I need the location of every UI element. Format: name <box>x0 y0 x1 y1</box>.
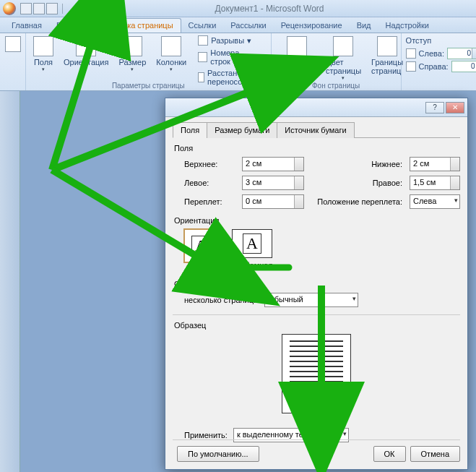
ribbon: Поля ▾ Ориентация ▾ Размер ▾ Колонки ▾ Р… <box>0 33 476 91</box>
margins-button[interactable]: Поля ▾ <box>29 35 58 74</box>
indent-right-icon <box>406 61 416 72</box>
group-page-background-label: Фон страницы <box>272 82 401 90</box>
left-margin-input[interactable]: 3 см▲▼ <box>242 176 304 190</box>
preview-thumbnail <box>282 334 351 413</box>
chevron-down-icon: ▾ <box>342 75 345 81</box>
multi-pages-label: несколько страниц: <box>184 296 256 304</box>
dialog-body: Поля Размер бумаги Источник бумаги Поля … <box>165 117 467 448</box>
indent-left-label: Слева: <box>419 49 444 58</box>
chevron-down-icon: ▾ <box>131 66 134 72</box>
divider <box>173 314 460 315</box>
tab-addins[interactable]: Надстройки <box>378 19 436 33</box>
page-borders-icon <box>377 36 397 56</box>
indent-right-input[interactable]: 0 <box>451 61 476 72</box>
section-pages-label: Страницы <box>174 280 460 288</box>
watermark-button[interactable]: Подложка▾ <box>274 35 320 74</box>
page-setup-dialog-launcher[interactable]: ↘ <box>259 80 268 89</box>
window-title: Документ1 - Microsoft Word <box>66 4 473 14</box>
indent-left-input[interactable]: 0 <box>447 48 476 59</box>
section-preview-label: Образец <box>174 321 460 330</box>
apply-to-label: Применить: <box>184 431 228 439</box>
group-page-setup: Поля ▾ Ориентация ▾ Размер ▾ Колонки ▾ Р… <box>26 33 272 90</box>
tab-mailings[interactable]: Рассылки <box>223 19 273 33</box>
size-icon <box>122 36 142 56</box>
multi-pages-combo[interactable]: Обычный <box>264 293 358 307</box>
tab-page-layout[interactable]: Разметка страницы <box>93 18 181 33</box>
dialog-tab-fields[interactable]: Поля <box>173 122 207 138</box>
breaks-menu[interactable]: Разрывы ▾ <box>195 35 267 46</box>
section-fields-label: Поля <box>174 144 460 153</box>
columns-icon <box>161 36 181 56</box>
landscape-icon: А <box>232 229 272 258</box>
tab-review[interactable]: Рецензирование <box>274 19 350 33</box>
chevron-down-icon: ▾ <box>170 66 173 72</box>
size-label: Размер <box>118 58 146 66</box>
gutter-position-combo[interactable]: Слева <box>410 194 460 209</box>
bottom-margin-input[interactable]: 2 см▲▼ <box>410 157 460 171</box>
default-button[interactable]: По умолчанию... <box>177 446 259 462</box>
size-button[interactable]: Размер ▾ <box>114 35 150 74</box>
gutter-position-label: Положение переплета: <box>311 197 402 206</box>
line-numbers-menu[interactable]: Номера строк ▾ <box>195 48 267 66</box>
dialog-footer: По умолчанию... ОК Отмена <box>173 439 460 462</box>
page-color-button[interactable]: Цвет страницы▾ <box>321 35 365 82</box>
group-page-setup-label: Параметры страницы <box>26 82 271 90</box>
group-themes <box>0 33 26 90</box>
indent-left-icon <box>406 48 416 59</box>
hyphenation-icon <box>198 72 204 82</box>
indent-right-label: Справа: <box>419 62 449 71</box>
chevron-down-icon: ▾ <box>295 66 298 72</box>
ribbon-tabs: Главная Вставка Разметка страницы Ссылки… <box>0 17 476 33</box>
page-borders-label: Границы страниц <box>371 58 403 75</box>
gutter-input[interactable]: 0 см▲▼ <box>242 194 304 209</box>
tab-insert[interactable]: Вставка <box>49 19 93 33</box>
line-numbers-label: Номера строк <box>210 48 257 66</box>
tab-view[interactable]: Вид <box>350 19 378 33</box>
tab-home[interactable]: Главная <box>4 19 49 33</box>
page-color-label: Цвет страницы <box>326 58 361 75</box>
portrait-icon: А <box>184 229 217 262</box>
fields-grid: Верхнее: 2 см▲▼ Нижнее: 2 см▲▼ Левое: 3 … <box>184 157 460 209</box>
left-margin-label: Левое: <box>184 179 235 187</box>
qat-save-icon[interactable] <box>20 3 32 14</box>
chevron-down-icon: ▾ <box>85 66 87 72</box>
orientation-button[interactable]: Ориентация ▾ <box>59 35 113 74</box>
qat-separator <box>62 4 63 14</box>
orientation-row: А книжная А альбомная <box>184 229 460 274</box>
top-margin-input[interactable]: 2 см▲▼ <box>242 157 304 171</box>
orientation-icon <box>76 36 96 56</box>
orientation-label: Ориентация <box>64 58 108 66</box>
right-margin-label: Правое: <box>311 179 402 187</box>
right-margin-input[interactable]: 1,5 см▲▼ <box>410 176 460 190</box>
columns-label: Колонки <box>156 58 186 66</box>
multi-pages-row: несколько страниц: Обычный <box>184 293 460 307</box>
group-page-background: Подложка▾ Цвет страницы▾ Границы страниц… <box>272 33 402 90</box>
orientation-landscape[interactable]: А альбомная <box>232 229 272 274</box>
dialog-close-button[interactable]: ✕ <box>446 102 464 113</box>
margins-icon <box>33 36 53 56</box>
ruler-left <box>0 91 20 472</box>
dialog-help-button[interactable]: ? <box>425 102 444 113</box>
office-button[interactable] <box>3 2 16 15</box>
dialog-tab-paper-source[interactable]: Источник бумаги <box>277 122 354 138</box>
page-color-icon <box>333 36 353 56</box>
line-numbers-icon <box>198 52 207 62</box>
themes-button[interactable] <box>3 35 22 55</box>
indent-title: Отступ <box>406 36 476 45</box>
qat-undo-icon[interactable] <box>33 3 45 14</box>
breaks-icon <box>198 35 208 46</box>
dialog-tab-paper-size[interactable]: Размер бумаги <box>207 122 277 138</box>
qat-redo-icon[interactable] <box>46 3 58 14</box>
orientation-portrait[interactable]: А книжная <box>184 229 217 274</box>
top-margin-label: Верхнее: <box>184 160 235 168</box>
cancel-button[interactable]: Отмена <box>410 446 460 462</box>
ok-button[interactable]: ОК <box>373 446 406 462</box>
dialog-tabs: Поля Размер бумаги Источник бумаги <box>173 121 460 138</box>
page-setup-dialog: ? ✕ Поля Размер бумаги Источник бумаги П… <box>165 98 468 470</box>
portrait-label: книжная <box>184 265 217 274</box>
landscape-label: альбомная <box>232 261 272 270</box>
watermark-label: Подложка <box>279 58 316 66</box>
group-indent: Отступ Слева:0 Справа:0 <box>402 33 476 90</box>
columns-button[interactable]: Колонки ▾ <box>152 35 191 74</box>
tab-references[interactable]: Ссылки <box>181 19 224 33</box>
